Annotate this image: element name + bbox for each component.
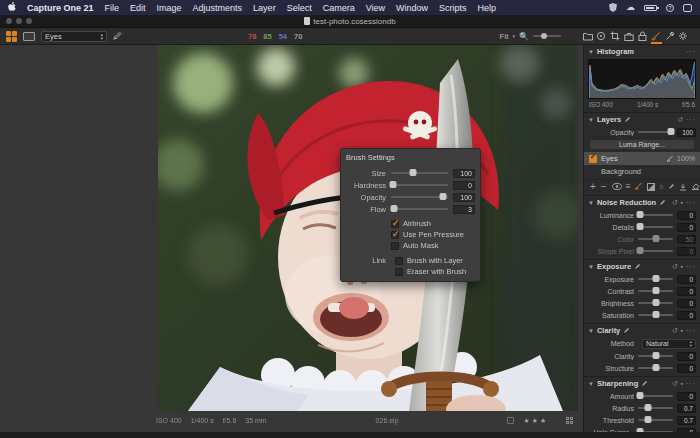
edit-pencil-icon[interactable] [641, 380, 648, 387]
draw-mask-brush-icon[interactable] [634, 182, 643, 191]
slider-thumb[interactable] [637, 223, 644, 230]
preset-icon[interactable]: ▪ [681, 380, 683, 387]
mask-visibility-icon[interactable] [612, 183, 622, 190]
reset-icon[interactable]: ↺ [672, 327, 678, 335]
edit-pencil-icon[interactable] [623, 327, 630, 334]
help-icon[interactable]: ? [666, 4, 674, 12]
menu-file[interactable]: File [105, 3, 120, 13]
remove-layer-button[interactable]: − [601, 182, 607, 192]
brush-with-layer-checkbox[interactable]: ✓ [395, 257, 403, 265]
menu-edit[interactable]: Edit [130, 3, 146, 13]
crop-tab-icon[interactable] [608, 28, 621, 44]
brush-hardness-value[interactable]: 0 [453, 181, 475, 190]
add-layer-button[interactable]: + [590, 182, 596, 192]
blend-icon[interactable]: ≡ [626, 182, 631, 191]
slider-thumb[interactable] [652, 311, 659, 318]
cursor-tool-select[interactable]: Eyes ▴▾ [41, 31, 107, 42]
menu-view[interactable]: View [366, 3, 385, 13]
slider-thumb[interactable] [644, 416, 651, 423]
color-tag-checkbox[interactable] [507, 417, 514, 424]
slider-thumb[interactable] [637, 392, 644, 399]
zoom-out-icon[interactable]: 🔍 [519, 32, 529, 41]
slider-thumb[interactable] [652, 275, 659, 282]
menu-camera[interactable]: Camera [323, 3, 355, 13]
collapse-chevron-icon[interactable]: ▼ [588, 117, 594, 123]
collapse-chevron-icon[interactable]: ▼ [588, 264, 594, 270]
layer-row-eyes[interactable]: Eyes 100% [584, 152, 700, 165]
brush-tab-icon[interactable] [650, 28, 663, 44]
shield-icon[interactable] [609, 3, 617, 12]
airbrush-checkbox[interactable]: ✓ [391, 220, 399, 228]
pen-pressure-checkbox[interactable]: ✓ [391, 231, 399, 239]
settings-tab-icon[interactable] [677, 28, 690, 44]
preset-icon[interactable]: ▪ [681, 263, 683, 270]
clarity-method-select[interactable]: Natural ▴▾ [642, 339, 696, 349]
brush-flow-value[interactable]: 3 [453, 205, 475, 214]
collapse-chevron-icon[interactable]: ▼ [588, 200, 594, 206]
add-brush-icon[interactable]: 🖉 [113, 31, 122, 41]
slider-thumb[interactable] [637, 428, 644, 432]
eraser-icon[interactable] [691, 183, 700, 191]
account-icon[interactable] [683, 4, 692, 12]
slider-thumb[interactable] [667, 128, 674, 135]
grid-view-icon[interactable] [566, 417, 574, 425]
layer-opacity-value[interactable]: 100 [677, 128, 696, 137]
reset-icon[interactable]: ↺ [672, 380, 678, 388]
reset-icon[interactable]: ↺ [672, 263, 678, 271]
menu-app-name[interactable]: Capture One 21 [27, 3, 94, 13]
slider-thumb[interactable] [652, 287, 659, 294]
slider-thumb[interactable] [637, 211, 644, 218]
battery-icon[interactable] [644, 5, 657, 11]
brush-size-value[interactable]: 100 [453, 169, 475, 178]
edit-pencil-icon[interactable] [624, 116, 631, 123]
collapse-chevron-icon[interactable]: ▼ [588, 381, 594, 387]
slider-thumb[interactable] [652, 299, 659, 306]
browser-grid-icon[interactable] [6, 31, 17, 42]
preset-icon[interactable]: ▪ [681, 199, 683, 206]
adjustments-tab-icon[interactable] [663, 28, 676, 44]
reset-icon[interactable]: ↺ [672, 199, 678, 207]
color-tab-icon[interactable] [622, 28, 635, 44]
zoom-mode-select[interactable]: Fit [500, 32, 509, 41]
cloud-icon[interactable]: ☁ [626, 3, 635, 12]
menu-image[interactable]: Image [157, 3, 182, 13]
slider-thumb[interactable] [391, 205, 398, 212]
slider-thumb[interactable] [644, 404, 651, 411]
collapse-chevron-icon[interactable]: ▼ [588, 328, 594, 334]
menu-scripts[interactable]: Scripts [439, 3, 467, 13]
slider-thumb[interactable] [439, 193, 446, 200]
edit-pencil-icon[interactable] [659, 199, 666, 206]
edit-pencil-icon[interactable] [634, 263, 641, 270]
pencil-tool-icon[interactable] [668, 183, 675, 190]
slider-thumb[interactable] [652, 364, 659, 371]
section-menu-icon[interactable]: ··· [686, 380, 696, 387]
lens-tab-icon[interactable] [595, 28, 608, 44]
slider-thumb[interactable] [636, 247, 643, 254]
collapse-chevron-icon[interactable]: ▼ [588, 49, 594, 55]
section-menu-icon[interactable]: ··· [686, 199, 696, 206]
apple-menu-icon[interactable] [8, 2, 16, 14]
section-menu-icon[interactable]: ··· [686, 48, 696, 55]
reset-icon[interactable]: ↺ [677, 116, 683, 124]
menu-layer[interactable]: Layer [253, 3, 276, 13]
library-tab-icon[interactable] [581, 28, 594, 44]
menu-select[interactable]: Select [287, 3, 312, 13]
slider-thumb[interactable] [409, 169, 416, 176]
menu-adjustments[interactable]: Adjustments [193, 3, 243, 13]
menu-help[interactable]: Help [478, 3, 497, 13]
layer-enabled-checkbox[interactable] [589, 155, 597, 163]
slider-thumb[interactable] [652, 235, 659, 242]
auto-mask-checkbox[interactable]: ✓ [391, 242, 399, 250]
gradient-mask-icon[interactable] [647, 183, 655, 191]
section-menu-icon[interactable]: ··· [686, 263, 696, 270]
zoom-slider[interactable] [533, 35, 561, 37]
star-rating[interactable]: ★★★·· [523, 417, 557, 425]
slider-thumb[interactable] [652, 352, 659, 359]
section-menu-icon[interactable]: ··· [686, 116, 696, 123]
slider-thumb[interactable] [390, 181, 397, 188]
brush-opacity-value[interactable]: 100 [453, 193, 475, 202]
layer-row-background[interactable]: Background [584, 165, 700, 178]
fill-mask-icon[interactable] [679, 183, 687, 191]
viewer-toggle-icon[interactable] [23, 32, 35, 41]
luma-range-button[interactable]: Luma Range... [589, 139, 695, 150]
